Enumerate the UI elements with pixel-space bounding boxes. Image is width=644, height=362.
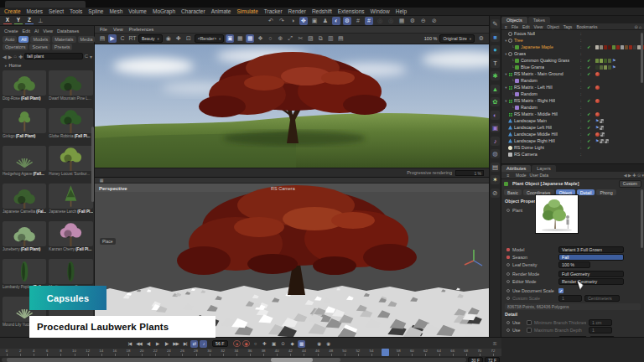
material-swatch[interactable] [608,45,611,49]
rv-menu-file[interactable]: File [100,27,107,32]
asset-tab-materials[interactable]: Materials [52,36,75,43]
menu-simulate[interactable]: Simulate [236,8,257,14]
flag-tag-icon[interactable]: ⚑ [595,126,599,130]
material-swatch[interactable] [608,65,611,70]
object-row-rs-camera[interactable]: RS Camera∶ [501,151,644,158]
enabled-check-icon[interactable]: ✓ [587,119,591,123]
object-row-landscape-main[interactable]: Landscape Main∶✓⚑ [501,117,644,124]
goto-end-icon[interactable]: ▶| [181,340,189,348]
viewport-label[interactable]: Perspective [99,186,127,191]
asset-thumbnail[interactable] [3,146,46,171]
asset-item-japanese-larch[interactable]: Japanese Larch (Fall Pl... [48,183,93,220]
asset-item-dog-rose[interactable]: Dog-Rose (Fall Plant) [2,70,47,106]
anim-dot[interactable] [506,272,510,276]
range-mid-field[interactable]: 30 F [468,357,483,362]
use-min-branch-checkbox[interactable]: ✓ [527,320,532,325]
anim-dot[interactable] [506,280,510,283]
rendered-image[interactable] [95,44,489,168]
asset-tab-scenes[interactable]: Scenes [29,44,49,50]
anim-dot[interactable] [506,328,510,332]
menu-spline[interactable]: Spline [88,8,103,14]
mode-menu[interactable]: Mode [516,173,527,178]
prop-tab-basic[interactable]: Basic [504,189,522,195]
model-dropdown[interactable]: Variant 3 Full Grown [558,246,624,253]
menu-select[interactable]: Select [49,8,64,14]
cube-icon[interactable]: ■ [491,33,500,42]
material-swatch[interactable] [600,59,603,63]
object-row-common-quaking-grass[interactable]: └Common Quaking Grass∶✓⚑ [501,57,644,64]
asset-thumbnail[interactable] [49,221,93,246]
enabled-check-icon[interactable]: ✓ [587,99,591,103]
object-row-random[interactable]: └Random∶ [501,77,644,84]
enabled-check-icon[interactable]: ✓ [587,146,591,150]
size-mode-dropdown[interactable]: Original Size▾ [439,34,475,43]
asset-item-globe-robinia[interactable]: Globe Robinia (Fall Pl... [48,107,93,144]
filter-icon[interactable]: ▾ [90,54,92,59]
plant-preview-image[interactable] [535,194,579,234]
render-mode-dropdown[interactable]: Full Geometry [558,271,624,277]
om-menu-edit[interactable]: Edit [522,24,530,29]
anim-dot[interactable] [506,263,510,266]
visibility-dots-icon[interactable]: ∶ [580,152,581,157]
flag-tag-icon[interactable]: ⚑ [612,65,615,70]
asset-item-dwarf-mountain-pine-l-[interactable]: Dwarf Mountain Pine L... [48,70,93,106]
material-swatch[interactable] [625,45,628,49]
aov-icon[interactable]: ◉ [164,34,173,43]
state-b-icon[interactable]: ⊘ [430,17,439,25]
visibility-dots-icon[interactable]: ∶ [580,44,581,49]
prev-frame-icon[interactable]: ◀| [144,340,152,348]
asset-scrollbar[interactable] [91,127,94,202]
asset-menu-edit[interactable]: Edit [23,28,30,34]
asset-tab-operators[interactable]: Operators [3,44,28,50]
floor-icon[interactable]: ◍ [491,149,500,158]
anim-dot[interactable] [506,297,510,300]
snap-settings-icon[interactable]: ⚙ [343,17,351,25]
asset-thumbnail[interactable] [3,221,46,246]
asset-thumbnail[interactable] [3,108,46,133]
om-menu-bookmarks[interactable]: Bookmarks [576,24,597,29]
coord-system-icon[interactable]: ⊥ [36,17,44,25]
motext-icon[interactable]: T [491,59,500,68]
asset-item-ginkgo[interactable]: Ginkgo (Fall Plant) [2,107,47,144]
circle-icon[interactable]: ○ [266,34,274,43]
undo-icon[interactable]: ↶ [267,17,275,25]
asset-item-honey-locust-sunbur-[interactable]: Honey Locust 'Sunbur... [48,145,93,182]
object-row-focus-null[interactable]: Focus Null∶ [501,30,644,37]
om-menu-object[interactable]: Object [547,24,558,29]
render-dropdown[interactable]: <Render>▾ [195,34,225,43]
visibility-dots-icon[interactable]: ∶ [580,71,581,76]
keyed-dot[interactable] [506,256,510,259]
asset-tab-media[interactable]: Media [78,36,96,43]
texture-tag-icon[interactable] [605,139,609,143]
keyframe-filter-icon[interactable]: ⚿ [491,340,498,348]
object-row-grass[interactable]: ▾Grass∶ [501,50,644,57]
material-swatch[interactable] [608,59,611,63]
asset-menu-create[interactable]: Create [4,28,18,34]
refresh-icon[interactable]: C [118,34,127,43]
visibility-dots-icon[interactable]: ∶ [580,125,581,130]
current-frame-field[interactable]: 56 F [212,340,228,347]
menu-character[interactable]: Character [181,8,205,14]
visibility-dots-icon[interactable]: ∶ [580,91,581,96]
leaf-density-field[interactable]: 100 % [558,261,590,268]
enabled-check-icon[interactable]: ✓ [587,65,591,70]
visibility-dots-icon[interactable]: ∶ [580,98,581,103]
material-swatch[interactable] [621,45,624,49]
record-position-icon[interactable]: ✚ [261,340,268,348]
focus-icon[interactable]: ⊕ [276,34,284,43]
record-icon[interactable]: ● [233,340,241,347]
state-a-icon[interactable]: ⊖ [419,17,428,25]
ring-b-icon[interactable]: ◉ [325,340,332,348]
breadcrumb-home[interactable]: Home [9,63,22,68]
menu-tools[interactable]: Tools [70,8,82,14]
asset-item-hedgehog-agave[interactable]: Hedgehog Agave (Fall... [2,145,47,182]
om-menu-view[interactable]: View [534,24,543,29]
grid-a-icon[interactable]: ▦ [236,34,244,43]
asset-thumbnail[interactable] [49,184,93,209]
viewport-canvas[interactable] [95,184,489,338]
texture-tag-icon[interactable] [600,119,604,123]
preview-range-slider[interactable] [2,358,466,362]
anim-dot[interactable] [506,289,510,292]
menu-modes[interactable]: Modes [27,8,44,14]
axis-x-button[interactable]: X [3,17,12,24]
